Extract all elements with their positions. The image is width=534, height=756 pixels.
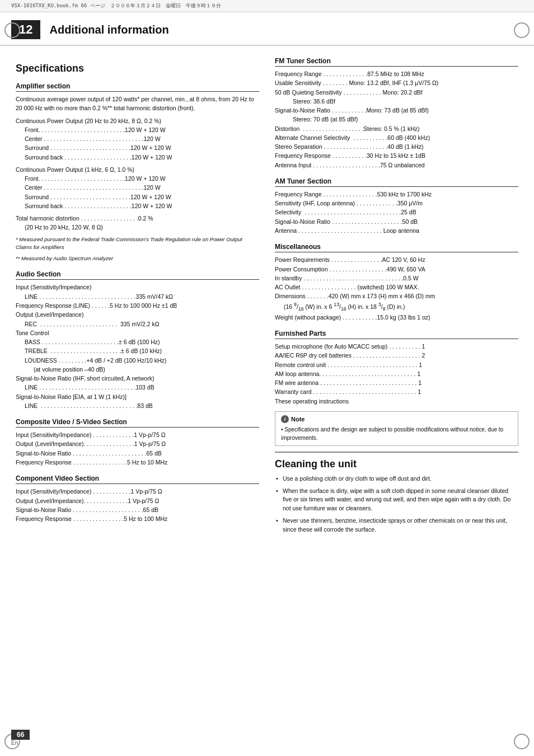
amp-line2-0: Front. . . . . . . . . . . . . . . . . .… — [25, 174, 259, 183]
file-info-bar: VSX-1016TXV_KU.book.fm 66 ページ ２００６年３月２４日… — [0, 0, 534, 12]
audio-line-0: Input (Sensitivity/Impedance) — [16, 283, 259, 292]
composite-section-title: Composite Video / S-Video Section — [16, 418, 259, 428]
composite-lines: Input (Sensitivity/Impedance) . . . . . … — [16, 430, 259, 467]
comp-line-0: Input (Sensitivity/Impedance) . . . . . … — [16, 430, 259, 439]
compv-line-2: Signal-to-Noise Ratio . . . . . . . . . … — [16, 505, 259, 514]
page-lang: En — [11, 740, 18, 746]
misc-line-2: In standby . . . . . . . . . . . . . . .… — [275, 274, 518, 283]
misc-line-4: Dimensions . . . . . . .420 (W) mm x 173… — [275, 292, 518, 300]
cleaning-bullet-2: Never use thinners, benzine, insecticide… — [275, 516, 518, 534]
main-content: Specifications Amplifier section Continu… — [0, 51, 534, 543]
amp-line1-1: Center . . . . . . . . . . . . . . . . .… — [25, 134, 259, 143]
misc-line-5: (16 9/16 (W) in. x 6 13/16 (H) in. x 18 … — [275, 301, 518, 313]
audio-line-4: REC . . . . . . . . . . . . . . . . . . … — [16, 320, 259, 328]
thd-sub: (20 Hz to 20 kHz, 120 W, 8 Ω) — [16, 223, 259, 232]
amp-line2-1: Center . . . . . . . . . . . . . . . . .… — [25, 183, 259, 192]
note-box: i Note • Specifications and the design a… — [275, 411, 518, 446]
comp-line-1: Output (Level/Impedance). . . . . . . . … — [16, 439, 259, 448]
fm-line-7: Alternate Channel Selectivity . . . . . … — [275, 133, 518, 142]
cleaning-bullet-1: When the surface is dirty, wipe with a s… — [275, 487, 518, 513]
note-header-text: Note — [291, 416, 305, 422]
note-header: i Note — [281, 415, 512, 423]
note-text: • Specifications and the design are subj… — [281, 425, 512, 442]
page-number: 66 — [11, 730, 30, 740]
audio-lines: Input (Sensitivity/Impedance) LINE . . .… — [16, 283, 259, 410]
furnished-item-1: AA/IEC R6P dry cell batteries . . . . . … — [275, 351, 518, 360]
am-section-title: AM Tuner Section — [275, 177, 518, 187]
amp-line1-3: Surround back . . . . . . . . . . . . . … — [25, 153, 259, 162]
amp-line2-2: Surround . . . . . . . . . . . . . . . .… — [25, 192, 259, 201]
amp-line1-0: Front. . . . . . . . . . . . . . . . . .… — [25, 125, 259, 134]
fm-line-3: Stereo: 38.6 dBf — [275, 97, 518, 106]
amplifier-section-title: Amplifier section — [16, 82, 259, 92]
am-line-4: Antenna . . . . . . . . . . . . . . . . … — [275, 226, 518, 235]
furnished-item-0: Setup microphone (for Auto MCACC setup) … — [275, 342, 518, 351]
amplifier-para3: Continuous Power Output (1 kHz, 6 Ω, 1.0… — [16, 165, 259, 174]
amplifier-para1: Continuous average power output of 120 w… — [16, 95, 259, 113]
amp-note2: ** Measured by Audio Spectrum Analyzer — [16, 255, 259, 262]
fm-section-title: FM Tuner Section — [275, 57, 518, 67]
right-column: FM Tuner Section Frequency Range . . . .… — [275, 57, 518, 537]
specs-heading: Specifications — [16, 63, 259, 74]
audio-line-8: LOUDNESS . . . . . . . . .+4 dB / +2 dB … — [16, 356, 259, 365]
amp-line2-3: Surround back . . . . . . . . . . . . . … — [25, 201, 259, 210]
thd-line: Total harmonic distortion . . . . . . . … — [16, 214, 259, 223]
note-icon: i — [281, 415, 289, 423]
chapter-title: Additional information — [49, 24, 168, 36]
fm-line-4: Signal-to-Noise Ratio . . . . . . . . . … — [275, 106, 518, 115]
misc-lines: Power Requirements . . . . . . . . . . .… — [275, 255, 518, 322]
am-line-3: Signal-to-Noise Ratio . . . . . . . . . … — [275, 217, 518, 226]
comp-line-3: Frequency Response . . . . . . . . . . .… — [16, 458, 259, 467]
amplifier-para2-block: Continuous Power Output (20 Hz to 20 kHz… — [16, 116, 259, 162]
page-footer: 66 En — [11, 730, 30, 746]
misc-line-6: Weight (without package) . . . . . . . .… — [275, 313, 518, 322]
fm-line-10: Antenna Input . . . . . . . . . . . . . … — [275, 161, 518, 170]
audio-line-1: LINE . . . . . . . . . . . . . . . . . .… — [16, 292, 259, 301]
cleaning-bullet-0: Use a polishing cloth or dry cloth to wi… — [275, 475, 518, 483]
left-column: Specifications Amplifier section Continu… — [16, 57, 259, 537]
misc-section-title: Miscellaneous — [275, 243, 518, 252]
fm-line-5: Stereo: 70 dB (at 85 dBf) — [275, 115, 518, 124]
misc-line-1: Power Consumption . . . . . . . . . . . … — [275, 265, 518, 274]
amp-note1: * Measured pursuant to the Federal Trade… — [16, 236, 259, 252]
am-line-1: Sensitivity (IHF, Loop antenna) . . . . … — [275, 199, 518, 208]
am-line-0: Frequency Range . . . . . . . . . . . . … — [275, 190, 518, 199]
misc-line-3: AC Outlet . . . . . . . . . . . . . . . … — [275, 283, 518, 292]
corner-decoration-tl — [4, 22, 20, 38]
fm-line-1: Usable Sensitivity . . . . . . . . Mono:… — [275, 78, 518, 87]
component-section-title: Component Video Section — [16, 475, 259, 484]
compv-line-0: Input (Sensitivity/Impedance) . . . . . … — [16, 487, 259, 496]
furnished-item-4: FM wire antenna . . . . . . . . . . . . … — [275, 378, 518, 387]
corner-decoration-tr — [514, 22, 530, 38]
compv-line-1: Output (Level/Impedance). . . . . . . . … — [16, 496, 259, 505]
amplifier-lines1: Front. . . . . . . . . . . . . . . . . .… — [16, 125, 259, 162]
furnished-item-3: AM loop antenna. . . . . . . . . . . . .… — [275, 369, 518, 378]
corner-decoration-br — [514, 734, 530, 749]
audio-line-2: Frequency Response (LINE) . . . . . .5 H… — [16, 301, 259, 310]
thd-block: Total harmonic distortion . . . . . . . … — [16, 214, 259, 232]
amplifier-para1-text: Continuous average power output of 120 w… — [16, 95, 259, 113]
amplifier-para2: Continuous Power Output (20 Hz to 20 kHz… — [16, 116, 259, 125]
audio-line-3: Output (Level/Impedance) — [16, 310, 259, 319]
audio-line-12: Signal-to-Noise Ratio [EIA, at 1 W (1 kH… — [16, 392, 259, 401]
audio-line-9: (at volume position –40 dB) — [16, 365, 259, 374]
misc-line-0: Power Requirements . . . . . . . . . . .… — [275, 255, 518, 264]
file-info-text: VSX-1016TXV_KU.book.fm 66 ページ ２００６年３月２４日… — [11, 3, 221, 8]
audio-line-6: BASS . . . . . . . . . . . . . . . . . .… — [16, 337, 259, 346]
audio-line-7: TREBLE . . . . . . . . . . . . . . . . .… — [16, 346, 259, 355]
component-lines: Input (Sensitivity/Impedance) . . . . . … — [16, 487, 259, 523]
audio-section-title: Audio Section — [16, 270, 259, 280]
audio-line-13: LINE . . . . . . . . . . . . . . . . . .… — [16, 401, 259, 410]
furnished-item-6: These operating instructions — [275, 397, 518, 406]
fm-line-9: Frequency Response . . . . . . . . . . .… — [275, 151, 518, 160]
furnished-items: Setup microphone (for Auto MCACC setup) … — [275, 342, 518, 406]
comp-line-2: Signal-to-Noise Ratio . . . . . . . . . … — [16, 449, 259, 458]
audio-line-5: Tone Control — [16, 328, 259, 337]
amp-line1-2: Surround . . . . . . . . . . . . . . . .… — [25, 143, 259, 152]
audio-line-11: LINE . . . . . . . . . . . . . . . . . .… — [16, 383, 259, 392]
fm-lines: Frequency Range . . . . . . . . . . . . … — [275, 69, 518, 170]
fm-line-0: Frequency Range . . . . . . . . . . . . … — [275, 69, 518, 78]
furnished-section-title: Furnished Parts — [275, 330, 518, 339]
amplifier-lines2: Front. . . . . . . . . . . . . . . . . .… — [16, 174, 259, 210]
am-line-2: Selectivity . . . . . . . . . . . . . . … — [275, 208, 518, 217]
